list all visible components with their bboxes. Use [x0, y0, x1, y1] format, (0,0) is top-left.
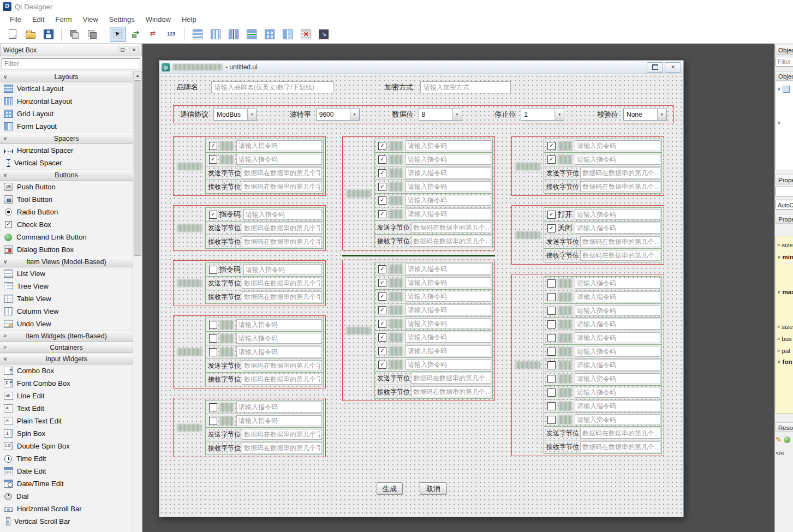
brand-name-input[interactable]: [211, 81, 333, 93]
byte-position-input[interactable]: [242, 443, 322, 453]
checkbox[interactable]: ✓: [378, 306, 386, 314]
command-code-input[interactable]: [236, 346, 322, 357]
checkbox[interactable]: ✓: [378, 210, 386, 218]
command-code-input[interactable]: [575, 140, 660, 151]
checkbox[interactable]: ✓: [547, 156, 556, 164]
command-code-input[interactable]: [406, 181, 491, 192]
object-inspector-filter-input[interactable]: [776, 57, 793, 67]
checkbox[interactable]: [209, 403, 217, 411]
widget-item-dial[interactable]: Dial: [0, 490, 133, 503]
widget-item-tool-button[interactable]: Tool Button: [0, 193, 133, 206]
property-row[interactable]: >size: [776, 321, 793, 332]
send-to-back-button[interactable]: [66, 27, 82, 42]
byte-position-input[interactable]: [411, 373, 491, 384]
command-code-input[interactable]: [406, 318, 491, 329]
layout-vertical-splitter-button[interactable]: [243, 27, 260, 42]
checkbox[interactable]: [547, 402, 556, 410]
widget-item-check-box[interactable]: Check Box: [0, 218, 133, 231]
checkbox[interactable]: ✓: [378, 169, 386, 177]
widget-item-table-view[interactable]: Table View: [0, 292, 133, 305]
close-button[interactable]: ✕: [665, 62, 681, 73]
command-code-input[interactable]: [243, 264, 322, 275]
command-code-input[interactable]: [236, 402, 322, 413]
byte-position-input[interactable]: [242, 429, 322, 440]
section-input-widgets[interactable]: ∨Input Widgets: [0, 353, 133, 364]
property-view-combo[interactable]: AutoCod: [776, 200, 793, 210]
byte-position-input[interactable]: [242, 223, 322, 234]
float-panel-button[interactable]: ⊡: [118, 46, 127, 54]
byte-position-input[interactable]: [242, 168, 322, 178]
layout-grid-button[interactable]: [261, 27, 278, 42]
layout-vertically-button[interactable]: [189, 27, 206, 42]
checkbox[interactable]: ✓: [378, 361, 386, 369]
checkbox[interactable]: ✓: [378, 292, 386, 301]
command-code-input[interactable]: [575, 387, 660, 398]
checkbox[interactable]: ✓: [378, 265, 386, 273]
byte-position-input[interactable]: [580, 428, 660, 439]
byte-position-input[interactable]: [580, 250, 660, 261]
cancel-button[interactable]: 取消: [420, 482, 447, 495]
section-item-widgets-item-based[interactable]: >Item Widgets (Item-Based): [0, 330, 133, 342]
command-code-input[interactable]: [406, 195, 491, 206]
checkbox[interactable]: ✓: [547, 142, 556, 150]
encryption-input[interactable]: [420, 81, 511, 93]
command-code-input[interactable]: [406, 332, 491, 343]
menu-file[interactable]: File: [4, 15, 27, 23]
break-layout-button[interactable]: [297, 27, 314, 42]
byte-position-input[interactable]: [580, 181, 660, 192]
checkbox[interactable]: [209, 417, 217, 425]
command-code-input[interactable]: [406, 140, 491, 151]
command-code-input[interactable]: [406, 154, 491, 165]
adjust-size-button[interactable]: [315, 27, 332, 42]
command-code-input[interactable]: [236, 140, 322, 151]
widget-item-command-link-button[interactable]: Command Link Button: [0, 231, 133, 243]
widget-item-horizontal-layout[interactable]: Horizontal Layout: [0, 95, 133, 107]
open-file-button[interactable]: [22, 27, 39, 42]
minimize-button[interactable]: [647, 62, 663, 73]
serial-combo-box[interactable]: 9600▼: [316, 109, 360, 121]
byte-position-input[interactable]: [411, 386, 491, 397]
widget-item-grid-layout[interactable]: Grid Layout: [0, 107, 133, 120]
command-code-input[interactable]: [406, 304, 491, 315]
property-filter-input[interactable]: [776, 187, 793, 196]
byte-position-input[interactable]: [242, 278, 322, 289]
new-file-button[interactable]: [4, 27, 21, 42]
widget-item-push-button[interactable]: Push Button: [0, 181, 133, 193]
section-containers[interactable]: >Containers: [0, 342, 133, 353]
widget-item-plain-text-edit[interactable]: Plain Text Edit: [0, 415, 133, 427]
object-tree-item[interactable]: ∨: [776, 84, 793, 94]
serial-combo-box[interactable]: 1▼: [521, 109, 564, 121]
section-item-views-model-based[interactable]: ∨Item Views (Model-Based): [0, 256, 133, 267]
edit-widgets-button[interactable]: [110, 27, 126, 42]
widget-list-scrollbar[interactable]: ▲: [133, 71, 142, 532]
byte-position-input[interactable]: [242, 181, 322, 192]
command-code-input[interactable]: [406, 168, 491, 178]
checkbox[interactable]: [547, 307, 556, 315]
checkbox[interactable]: [547, 361, 556, 369]
checkbox[interactable]: ✓: [378, 196, 386, 205]
section-buttons[interactable]: ∨Buttons: [0, 169, 133, 181]
checkbox[interactable]: [547, 375, 556, 383]
menu-settings[interactable]: Settings: [104, 15, 140, 23]
widget-item-vertical-layout[interactable]: Vertical Layout: [0, 82, 133, 95]
serial-combo-box[interactable]: ModBus▼: [213, 109, 257, 121]
command-code-input[interactable]: [243, 209, 322, 220]
command-code-input[interactable]: [575, 305, 660, 316]
command-code-input[interactable]: [575, 360, 660, 370]
widget-item-time-edit[interactable]: Time Edit: [0, 452, 133, 465]
widget-item-text-edit[interactable]: Text Edit: [0, 402, 133, 415]
widget-item-form-layout[interactable]: Form Layout: [0, 120, 133, 133]
layout-form-button[interactable]: [279, 27, 296, 42]
property-column-header[interactable]: Proper: [776, 214, 793, 224]
serial-combo-box[interactable]: 8▼: [419, 109, 462, 121]
command-code-input[interactable]: [575, 209, 660, 220]
menu-view[interactable]: View: [77, 15, 104, 23]
command-code-input[interactable]: [406, 359, 491, 370]
edit-resources-icon[interactable]: ✎: [776, 435, 782, 444]
generate-button[interactable]: 生成: [377, 482, 403, 495]
widget-item-line-edit[interactable]: Line Edit: [0, 390, 133, 402]
object-column-header[interactable]: Object: [776, 71, 793, 81]
edit-tab-order-button[interactable]: [164, 27, 180, 42]
checkbox[interactable]: ✓: [378, 320, 386, 328]
checkbox[interactable]: [209, 334, 217, 343]
